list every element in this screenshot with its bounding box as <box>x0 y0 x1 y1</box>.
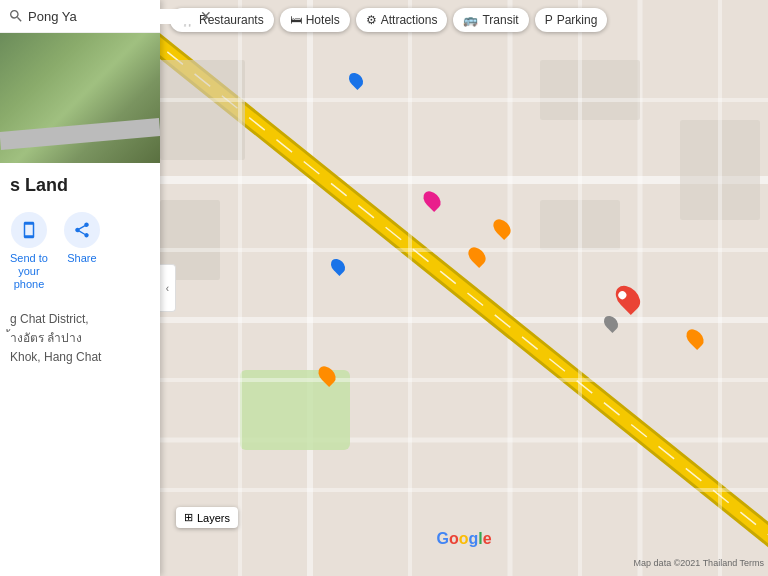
parking-label: Parking <box>557 13 598 27</box>
attractions-filter[interactable]: ⚙ Attractions <box>356 8 448 32</box>
sidebar-info: g Chat District, ้างอัตร ลำปาง Khok, Han… <box>0 304 160 374</box>
share-icon <box>73 221 91 239</box>
areaac-pin[interactable] <box>425 190 439 210</box>
google-o1: o <box>449 530 459 547</box>
chevron-left-icon: ‹ <box>166 283 169 294</box>
sidebar-actions: Send toyourphone Share <box>0 200 160 304</box>
parking-icon: P <box>545 13 553 27</box>
google-logo: Google <box>436 530 491 548</box>
collapse-sidebar-button[interactable]: ‹ <box>160 264 176 312</box>
hotels-label: Hotels <box>306 13 340 27</box>
map-container[interactable]: ‹ <box>160 0 768 576</box>
share-button[interactable]: Share <box>64 212 100 292</box>
search-input[interactable]: Pong Ya <box>28 9 196 24</box>
svg-rect-13 <box>540 60 640 120</box>
attractions-icon: ⚙ <box>366 13 377 27</box>
svg-rect-11 <box>160 60 245 160</box>
transit-filter[interactable]: 🚌 Transit <box>453 8 528 32</box>
send-phone-label: Send toyourphone <box>10 252 48 292</box>
hotels-filter[interactable]: 🛏 Hotels <box>280 8 350 32</box>
orange-pin-2[interactable] <box>470 246 484 266</box>
search-bar: Pong Ya ✕ <box>0 0 160 33</box>
google-o2: o <box>459 530 469 547</box>
parking-filter[interactable]: P Parking <box>535 8 608 32</box>
orange-pin-1[interactable] <box>495 218 509 238</box>
share-icon-circle <box>64 212 100 248</box>
attractions-label: Attractions <box>381 13 438 27</box>
google-e: e <box>483 530 492 547</box>
blue-pin-1[interactable] <box>350 72 362 88</box>
sidebar: Pong Ya ✕ s Land Send toyourphone Share … <box>0 0 160 576</box>
phone-icon-circle <box>11 212 47 248</box>
info-line-3: Khok, Hang Chat <box>10 348 150 367</box>
layers-label: Layers <box>197 512 230 524</box>
share-label: Share <box>67 252 96 265</box>
layers-button[interactable]: ⊞ Layers <box>176 507 238 528</box>
blue-pin-2[interactable] <box>332 258 344 274</box>
search-icon <box>8 8 24 24</box>
info-line-1: g Chat District, <box>10 310 150 329</box>
orange-pin-3[interactable] <box>320 365 334 385</box>
transit-label: Transit <box>482 13 518 27</box>
phone-icon <box>20 221 38 239</box>
sidebar-image <box>0 33 160 163</box>
hotels-icon: 🛏 <box>290 13 302 27</box>
google-g: G <box>436 530 448 547</box>
close-button[interactable]: ✕ <box>200 6 212 26</box>
info-line-2: ้างอัตร ลำปาง <box>10 329 150 348</box>
main-location-pin[interactable] <box>618 284 638 312</box>
orange-pin-4[interactable] <box>688 328 702 348</box>
map-attribution: Map data ©2021 Thailand Terms <box>634 558 764 568</box>
transit-icon: 🚌 <box>463 13 478 27</box>
google-g2: g <box>468 530 478 547</box>
gray-pin-1[interactable] <box>605 315 617 331</box>
place-title: s Land <box>0 163 160 200</box>
filter-bar: 🍴 Restaurants 🛏 Hotels ⚙ Attractions 🚌 T… <box>160 8 768 32</box>
send-to-phone-button[interactable]: Send toyourphone <box>10 212 48 292</box>
layers-icon: ⊞ <box>184 511 193 524</box>
map-roads-svg <box>160 0 768 576</box>
